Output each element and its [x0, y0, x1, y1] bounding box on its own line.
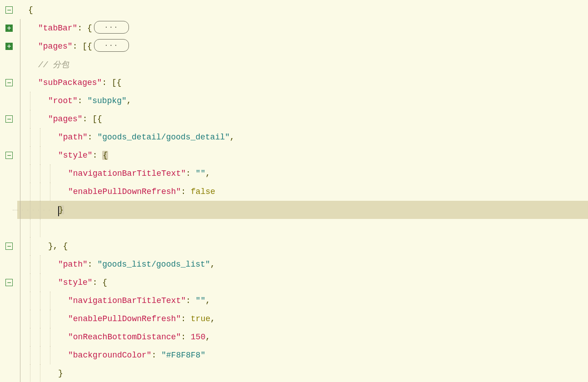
collapsed-block[interactable]: ··· — [94, 21, 129, 34]
fold-connector — [13, 210, 18, 210]
json-key: "navigationBarTitleText" — [68, 296, 186, 305]
code-line-active[interactable]: ······ } — [0, 201, 588, 219]
json-key: "tabBar" — [38, 24, 77, 33]
fold-toggle-icon[interactable]: − — [5, 279, 13, 286]
fold-expand-icon[interactable]: + — [5, 43, 13, 50]
json-value: false — [191, 187, 215, 196]
code-line[interactable]: "path": "goods_detail/goods_detail", — [0, 128, 588, 146]
code-line[interactable]: "navigationBarTitleText": "", — [0, 164, 588, 183]
code-line[interactable] — [0, 219, 588, 237]
json-value: 150 — [191, 332, 205, 342]
brace: } — [58, 369, 63, 378]
code-line[interactable]: − "subPackages": [{ — [0, 74, 588, 92]
brace: { — [28, 5, 33, 15]
json-key: "style" — [58, 278, 93, 287]
json-value: "" — [196, 296, 206, 305]
json-key: "enablePullDownRefresh" — [68, 187, 181, 196]
code-line[interactable]: − "style": { — [0, 273, 588, 292]
code-line[interactable]: "enablePullDownRefresh": false — [0, 183, 588, 201]
json-value: true — [191, 314, 210, 323]
json-key: "style" — [58, 151, 93, 160]
fold-toggle-icon[interactable]: − — [5, 243, 13, 250]
json-value: "subpkg" — [87, 96, 126, 105]
code-line[interactable]: + "pages": [{ ··· — [0, 37, 588, 55]
code-line[interactable]: − "style": { — [0, 146, 588, 164]
fold-toggle-icon[interactable]: − — [5, 79, 13, 86]
fold-expand-icon[interactable]: + — [5, 25, 13, 32]
fold-toggle-icon[interactable]: − — [5, 115, 13, 123]
json-value: "goods_detail/goods_detail" — [97, 133, 230, 142]
json-key: "path" — [58, 133, 88, 142]
code-line[interactable]: "onReachBottomDistance": 150, — [0, 328, 588, 346]
json-key: "enablePullDownRefresh" — [68, 314, 181, 323]
code-line[interactable]: "enablePullDownRefresh": true, — [0, 310, 588, 328]
code-line[interactable]: "root": "subpkg", — [0, 92, 588, 110]
code-editor[interactable]: − { + "tabBar": { ··· + "pages": [{ ··· … — [0, 0, 588, 382]
code-line[interactable]: + "tabBar": { ··· — [0, 19, 588, 37]
comment: // 分包 — [38, 59, 69, 70]
json-key: "onReachBottomDistance" — [68, 332, 181, 342]
fold-toggle-icon[interactable]: − — [5, 152, 13, 159]
json-key: "path" — [58, 260, 88, 269]
code-line[interactable]: } — [0, 364, 588, 382]
json-value: "#F8F8F8" — [161, 351, 205, 360]
matching-bracket: { — [102, 151, 108, 160]
json-key: "navigationBarTitleText" — [68, 169, 186, 178]
json-key: "pages" — [38, 42, 73, 51]
json-value: "" — [196, 169, 206, 178]
active-line-highlight — [17, 201, 588, 219]
code-line[interactable]: // 分包 — [0, 55, 588, 74]
json-value: "goods_list/goods_list" — [97, 260, 210, 269]
json-key: "subPackages" — [38, 78, 102, 87]
text-cursor — [58, 206, 59, 216]
code-line[interactable]: − "pages": [{ — [0, 110, 588, 128]
json-key: "pages" — [48, 114, 83, 124]
code-line[interactable]: "navigationBarTitleText": "", — [0, 292, 588, 310]
code-line[interactable]: "path": "goods_list/goods_list", — [0, 255, 588, 273]
code-line[interactable]: − }, { — [0, 237, 588, 255]
code-line[interactable]: "backgroundColor": "#F8F8F8" — [0, 346, 588, 364]
json-key: "backgroundColor" — [68, 351, 152, 360]
json-key: "root" — [48, 96, 78, 105]
brace: }, { — [48, 242, 68, 251]
collapsed-block[interactable]: ··· — [94, 39, 129, 52]
fold-toggle-icon[interactable]: − — [5, 6, 13, 14]
code-line[interactable]: − { — [0, 1, 588, 19]
